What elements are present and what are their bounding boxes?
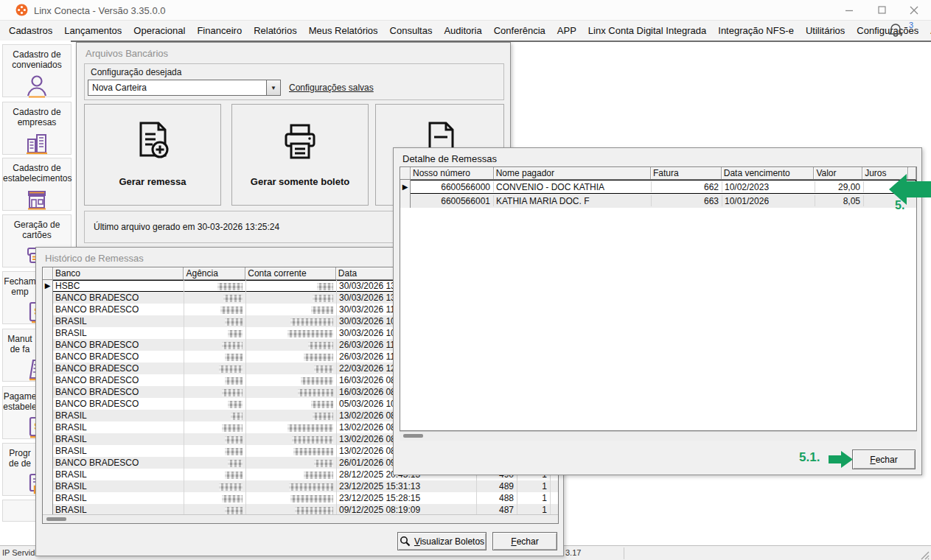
detalhe-fechar-button[interactable]: Fechar bbox=[852, 449, 916, 469]
sidebar-item-cadastro-de-estabelecimentos[interactable]: Cadastro deestabelecimentos bbox=[2, 158, 72, 211]
column-header-valor[interactable]: Valor bbox=[814, 167, 862, 180]
redacted-conta-corrente bbox=[311, 401, 333, 408]
resize-grip-icon[interactable] bbox=[919, 550, 930, 560]
historico-hscrollbar-thumb[interactable] bbox=[46, 517, 66, 521]
menu-item-consultas[interactable]: Consultas bbox=[384, 21, 439, 40]
cell bbox=[184, 339, 246, 351]
menu-item-lancamentos[interactable]: Lançamentos bbox=[58, 21, 128, 40]
cell bbox=[246, 433, 337, 445]
historico-fechar-button[interactable]: Fechar bbox=[492, 532, 557, 550]
redacted-conta-corrente bbox=[313, 413, 333, 420]
cell: BRASIL bbox=[53, 410, 184, 421]
cell: 6600566000 bbox=[411, 181, 494, 192]
menu-item-financeiro[interactable]: Financeiro bbox=[191, 21, 248, 40]
config-combobox[interactable]: Nova Carteira ▼ bbox=[88, 80, 281, 96]
sidebar-item-label: Cadastro deempresas bbox=[3, 107, 71, 127]
cell bbox=[184, 469, 246, 480]
row-selector bbox=[43, 469, 53, 480]
column-header-nosso-numero[interactable]: Nosso número bbox=[411, 167, 494, 180]
cell bbox=[246, 304, 337, 315]
column-header-empty[interactable] bbox=[400, 167, 411, 180]
menu-item-conferencia[interactable]: Conferência bbox=[488, 21, 551, 40]
cell: 662 bbox=[652, 181, 722, 192]
menu-item-operacional[interactable]: Operacional bbox=[128, 21, 191, 40]
column-header-agencia[interactable]: Agência bbox=[184, 267, 245, 280]
redacted-agencia bbox=[231, 413, 243, 420]
column-header-empty[interactable] bbox=[43, 267, 53, 280]
printer-icon bbox=[277, 119, 323, 165]
cell: BRASIL bbox=[53, 480, 184, 492]
cell bbox=[246, 280, 337, 292]
step-5-1-arrow-icon bbox=[829, 450, 853, 469]
menu-item-integracao-nfs-e[interactable]: Integração NFS-e bbox=[712, 21, 800, 40]
sidebar-item-cadastro-de-conveniados[interactable]: Cadastro deconveniados bbox=[2, 44, 72, 97]
sidebar-item-cadastro-de-empresas[interactable]: Cadastro deempresas bbox=[2, 102, 72, 155]
big-button-label: Gerar somente boleto bbox=[232, 176, 368, 187]
cell: 663 bbox=[652, 195, 722, 206]
annotation-step-5: 5. bbox=[895, 199, 904, 212]
row-selector: ▶ bbox=[43, 280, 53, 292]
cell: BANCO BRADESCO bbox=[53, 386, 184, 398]
menu-item-utilitarios[interactable]: Utilitários bbox=[800, 21, 851, 40]
maximize-button[interactable] bbox=[865, 0, 898, 20]
detalhe-row[interactable]: 6600566001KATHIA MARIA DOC. F66310/01/20… bbox=[400, 194, 916, 208]
close-button[interactable] bbox=[898, 0, 930, 20]
column-header-nome-pagador[interactable]: Nome pagador bbox=[494, 167, 651, 180]
detalhe-hscrollbar-thumb[interactable] bbox=[403, 434, 423, 438]
gerar-somente-boleto-button[interactable]: Gerar somente boleto bbox=[231, 104, 369, 206]
notifications-button[interactable]: 3 bbox=[888, 22, 913, 40]
title-bar[interactable]: Linx Conecta - Versão 3.35.0.0 bbox=[0, 0, 931, 21]
cell: BANCO BRADESCO bbox=[53, 304, 184, 315]
column-header-fatura[interactable]: Fatura bbox=[651, 167, 722, 180]
menu-item-auditoria[interactable]: Auditoria bbox=[438, 21, 487, 40]
column-header-banco[interactable]: Banco bbox=[53, 267, 184, 280]
configuracoes-salvas-link[interactable]: Configurações salvas bbox=[289, 83, 374, 93]
menu-item-relatorios[interactable]: Relatórios bbox=[248, 21, 303, 40]
gerar-remessa-button[interactable]: Gerar remessa bbox=[84, 104, 221, 206]
historico-row[interactable]: BRASIL23/12/2025 15:31:134891 bbox=[43, 480, 558, 492]
historico-row[interactable]: BRASIL23/12/2025 15:28:154881 bbox=[43, 492, 558, 504]
redacted-agencia bbox=[223, 295, 243, 302]
cell bbox=[184, 421, 246, 433]
cell: 1 bbox=[517, 492, 551, 504]
menu-item-cadastros[interactable]: Cadastros bbox=[3, 21, 58, 40]
detalhe-grid: Nosso númeroNome pagadorFaturaData venci… bbox=[400, 167, 917, 431]
window-title[interactable]: Arquivos Bancários bbox=[86, 48, 168, 59]
redacted-conta-corrente bbox=[287, 330, 333, 337]
cell: BANCO BRADESCO bbox=[53, 398, 184, 410]
redacted-agencia bbox=[225, 472, 243, 479]
cell bbox=[184, 327, 246, 339]
redacted-conta-corrente bbox=[287, 424, 333, 432]
cell: 489 bbox=[477, 480, 517, 492]
detalhe-hscrollbar[interactable] bbox=[400, 431, 917, 441]
cell bbox=[184, 304, 246, 315]
config-group-label: Configuração desejada bbox=[91, 67, 181, 77]
column-header-conta-corrente[interactable]: Conta corrente bbox=[245, 267, 336, 280]
cell bbox=[246, 363, 337, 374]
column-header-data-vencimento[interactable]: Data vencimento bbox=[722, 167, 815, 180]
cell: BANCO BRADESCO bbox=[53, 363, 184, 374]
detalhe-row[interactable]: ▶6600566000CONVENIO - DOC KATHIA66210/02… bbox=[400, 180, 916, 194]
cell bbox=[184, 374, 246, 386]
current-row-marker-icon: ▶ bbox=[402, 183, 408, 191]
historico-hscrollbar[interactable] bbox=[43, 514, 558, 523]
person-icon bbox=[3, 71, 71, 99]
cell: BRASIL bbox=[53, 492, 184, 504]
minimize-button[interactable] bbox=[833, 0, 865, 20]
cell: BANCO BRADESCO bbox=[53, 292, 184, 304]
menu-item-meus-relatorios[interactable]: Meus Relatórios bbox=[303, 21, 384, 40]
window-title[interactable]: Detalhe de Remessas bbox=[402, 153, 497, 164]
menu-item-app[interactable]: APP bbox=[551, 21, 582, 40]
window-title[interactable]: Histórico de Remessas bbox=[45, 253, 144, 264]
row-selector bbox=[43, 374, 53, 386]
menu-item-linx-conta-digital-integrada[interactable]: Linx Conta Digital Integrada bbox=[582, 21, 712, 40]
menu-item-ajuda[interactable]: Ajuda bbox=[924, 21, 931, 40]
row-selector bbox=[43, 445, 53, 457]
annotation-step-5-1: 5.1. bbox=[799, 450, 820, 465]
sidebar-item-label: Cadastro deconveniados bbox=[3, 49, 71, 70]
store-icon bbox=[3, 185, 71, 213]
cell bbox=[246, 480, 337, 492]
visualizar-boletos-button[interactable]: Visualizar Boletos bbox=[397, 532, 487, 550]
chevron-down-icon[interactable]: ▼ bbox=[266, 80, 280, 95]
cell: CONVENIO - DOC KATHIA bbox=[494, 181, 652, 192]
